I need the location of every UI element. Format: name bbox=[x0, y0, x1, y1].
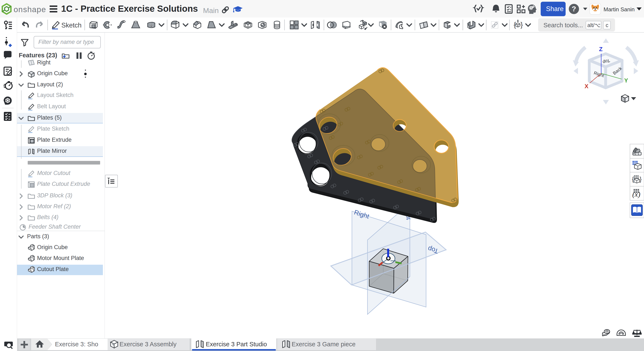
svg-text:X: X bbox=[584, 83, 588, 90]
svg-text:Front: Front bbox=[402, 205, 412, 221]
svg-text:Right: Right bbox=[593, 70, 605, 78]
svg-text:}: } bbox=[640, 176, 642, 183]
svg-text:Top: Top bbox=[427, 245, 439, 255]
svg-text:Y: Y bbox=[624, 77, 628, 84]
svg-text:{: { bbox=[632, 176, 634, 183]
svg-text:Back: Back bbox=[612, 66, 623, 76]
svg-text:Z: Z bbox=[599, 46, 603, 53]
svg-text:(x): (x) bbox=[632, 190, 640, 198]
svg-text:Right: Right bbox=[353, 208, 370, 220]
svg-text:Top: Top bbox=[602, 58, 610, 65]
